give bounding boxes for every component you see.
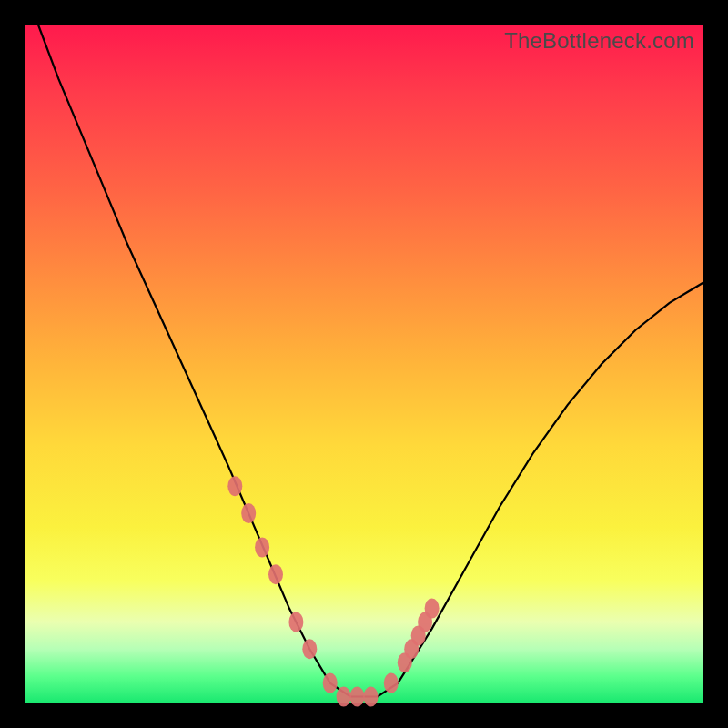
marker-point <box>323 673 338 693</box>
marker-point <box>268 564 283 584</box>
plot-area: TheBottleneck.com <box>25 25 703 703</box>
highlight-markers <box>228 476 439 706</box>
marker-point <box>255 537 269 557</box>
curve-overlay <box>25 25 703 703</box>
bottleneck-curve <box>38 25 703 697</box>
marker-point <box>350 687 365 707</box>
marker-point <box>241 503 256 523</box>
marker-point <box>288 612 303 632</box>
marker-point <box>302 639 317 659</box>
chart-frame: TheBottleneck.com <box>0 0 728 728</box>
marker-point <box>425 599 440 619</box>
marker-point <box>364 687 379 707</box>
marker-point <box>384 673 399 693</box>
marker-point <box>337 687 351 707</box>
marker-point <box>228 476 242 496</box>
